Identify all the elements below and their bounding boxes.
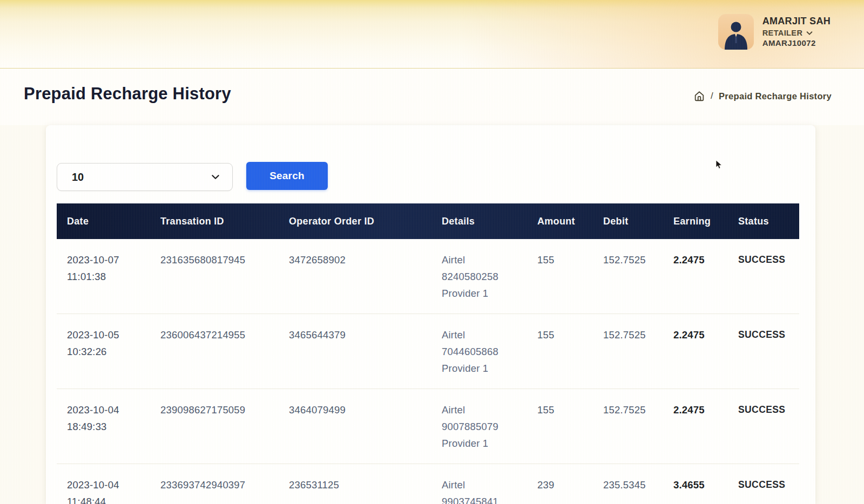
date-value: 2023-10-07 [67, 251, 147, 268]
breadcrumb-current: Prepaid Recharge History [719, 91, 832, 101]
debit-value: 152.7525 [603, 326, 660, 343]
table-row: 2023-10-07 11:01:38 231635680817945 3472… [57, 239, 799, 314]
column-header-earning: Earning [663, 203, 728, 239]
cell-operator-order-id: 236531125 [279, 464, 431, 504]
debit-value: 152.7525 [603, 251, 660, 268]
user-role: RETAILER [762, 28, 803, 38]
amount-value: 155 [537, 326, 590, 343]
table-row: 2023-10-05 10:32:26 236006437214955 3465… [57, 314, 799, 389]
cell-transaction-id: 231635680817945 [150, 239, 279, 314]
avatar [718, 14, 754, 50]
cell-status: SUCCESS [728, 239, 799, 314]
breadcrumb: / Prepaid Recharge History [693, 90, 832, 102]
table-header-row: DateTransation IDOperator Order IDDetail… [57, 203, 799, 239]
top-header-bar: AMARJIT SAH RETAILER AMARJ10072 [0, 0, 864, 69]
user-name: AMARJIT SAH [762, 15, 831, 28]
transaction-id-value: 231635680817945 [160, 251, 275, 268]
amount-value: 155 [537, 251, 590, 268]
cell-transaction-id: 236006437214955 [150, 314, 279, 389]
table-row: 2023-10-04 18:49:33 239098627175059 3464… [57, 389, 799, 464]
breadcrumb-separator: / [711, 91, 713, 101]
cell-earning: 2.2475 [663, 239, 728, 314]
time-value: 18:49:33 [67, 418, 147, 435]
cell-date: 2023-10-05 10:32:26 [57, 314, 150, 389]
date-value: 2023-10-05 [67, 326, 147, 343]
operator-order-id-value: 236531125 [289, 476, 428, 493]
time-value: 10:32:26 [67, 343, 147, 360]
debit-value: 152.7525 [603, 401, 660, 418]
cell-transaction-id: 233693742940397 [150, 464, 279, 504]
details-number: 9903745841 [442, 493, 524, 504]
cell-transaction-id: 239098627175059 [150, 389, 279, 464]
chevron-down-icon [211, 172, 220, 182]
cell-debit: 152.7525 [593, 389, 663, 464]
amount-value: 239 [537, 476, 590, 493]
cell-status: SUCCESS [728, 314, 799, 389]
details-operator: Airtel [442, 476, 524, 493]
cell-amount: 155 [527, 389, 593, 464]
column-header-transation-id: Transation ID [150, 203, 279, 239]
earning-value: 2.2475 [673, 326, 725, 343]
details-number: 7044605868 [442, 343, 524, 360]
cell-operator-order-id: 3464079499 [279, 389, 431, 464]
details-operator: Airtel [442, 401, 524, 418]
user-profile[interactable]: AMARJIT SAH RETAILER AMARJ10072 [718, 14, 831, 50]
cell-debit: 152.7525 [593, 239, 663, 314]
time-value: 11:01:38 [67, 268, 147, 285]
cell-details: Airtel 9903745841 Provider 1 [431, 464, 527, 504]
page-header: Prepaid Recharge History / Prepaid Recha… [0, 69, 864, 125]
earning-value: 2.2475 [673, 251, 725, 268]
status-badge: SUCCESS [738, 326, 796, 343]
details-provider: Provider 1 [442, 360, 524, 377]
time-value: 11:48:44 [67, 493, 147, 504]
page-size-value: 10 [72, 171, 84, 183]
page-size-select[interactable]: 10 [57, 163, 233, 191]
column-header-status: Status [728, 203, 799, 239]
table-row: 2023-10-04 11:48:44 233693742940397 2365… [57, 464, 799, 504]
amount-value: 155 [537, 401, 590, 418]
status-badge: SUCCESS [738, 401, 796, 418]
transaction-id-value: 233693742940397 [160, 476, 275, 493]
cell-earning: 3.4655 [663, 464, 728, 504]
transaction-id-value: 236006437214955 [160, 326, 275, 343]
cell-earning: 2.2475 [663, 389, 728, 464]
cell-status: SUCCESS [728, 464, 799, 504]
cell-amount: 239 [527, 464, 593, 504]
column-header-details: Details [431, 203, 527, 239]
column-header-debit: Debit [593, 203, 663, 239]
details-provider: Provider 1 [442, 435, 524, 452]
details-provider: Provider 1 [442, 285, 524, 302]
column-header-amount: Amount [527, 203, 593, 239]
person-silhouette-icon [721, 19, 751, 50]
date-value: 2023-10-04 [67, 401, 147, 418]
transaction-id-value: 239098627175059 [160, 401, 275, 418]
cell-debit: 235.5345 [593, 464, 663, 504]
details-operator: Airtel [442, 326, 524, 343]
operator-order-id-value: 3464079499 [289, 401, 428, 418]
cell-amount: 155 [527, 314, 593, 389]
column-header-operator-order-id: Operator Order ID [279, 203, 431, 239]
home-icon[interactable] [693, 90, 705, 102]
cell-status: SUCCESS [728, 389, 799, 464]
cell-earning: 2.2475 [663, 314, 728, 389]
content-card: 10 Search DateTransation IDOperator Orde… [46, 125, 815, 504]
cell-date: 2023-10-07 11:01:38 [57, 239, 150, 314]
details-operator: Airtel [442, 251, 524, 268]
page-title: Prepaid Recharge History [24, 84, 231, 104]
status-badge: SUCCESS [738, 476, 796, 493]
cell-date: 2023-10-04 11:48:44 [57, 464, 150, 504]
details-number: 9007885079 [442, 418, 524, 435]
details-number: 8240580258 [442, 268, 524, 285]
recharge-history-table: DateTransation IDOperator Order IDDetail… [57, 203, 799, 504]
operator-order-id-value: 3472658902 [289, 251, 428, 268]
cell-date: 2023-10-04 18:49:33 [57, 389, 150, 464]
chevron-down-icon[interactable] [806, 29, 813, 37]
debit-value: 235.5345 [603, 476, 660, 493]
cell-details: Airtel 8240580258 Provider 1 [431, 239, 527, 314]
earning-value: 3.4655 [673, 476, 725, 493]
cell-debit: 152.7525 [593, 314, 663, 389]
cell-details: Airtel 9007885079 Provider 1 [431, 389, 527, 464]
search-button[interactable]: Search [246, 162, 328, 190]
cell-amount: 155 [527, 239, 593, 314]
status-badge: SUCCESS [738, 251, 796, 268]
